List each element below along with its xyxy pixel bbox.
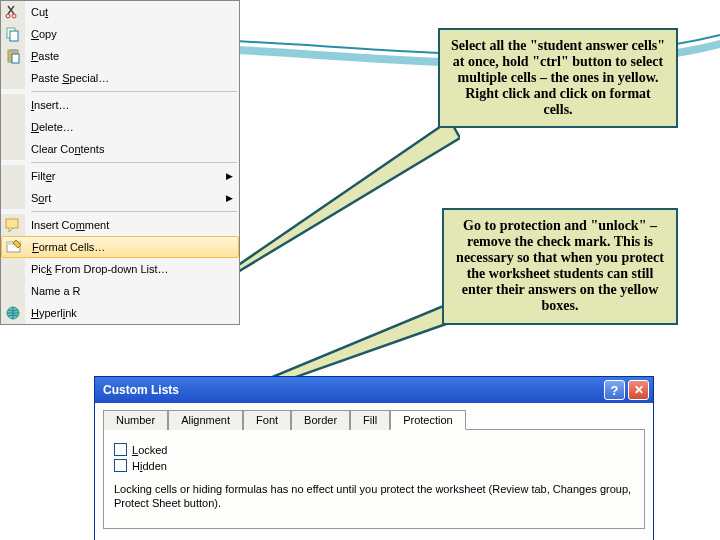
- tab-font[interactable]: Font: [243, 410, 291, 430]
- callout-protection: Go to protection and "unlock" – remove t…: [442, 208, 678, 325]
- menu-insert-label: Insert…: [31, 99, 233, 111]
- svg-rect-9: [6, 219, 18, 228]
- menu-filter-label: Filter: [31, 170, 226, 182]
- menu-cut[interactable]: Cut: [1, 1, 239, 23]
- format-cells-dialog: Custom Lists ? ✕ Number Alignment Font B…: [94, 376, 654, 540]
- cut-icon: [5, 4, 21, 20]
- tab-protection[interactable]: Protection: [390, 410, 466, 430]
- help-icon: ?: [611, 383, 619, 398]
- menu-insert[interactable]: Insert…: [1, 94, 239, 116]
- dialog-body: Number Alignment Font Border Fill Protec…: [95, 403, 653, 540]
- close-icon: ✕: [634, 383, 644, 397]
- svg-point-3: [12, 14, 16, 18]
- menu-delete[interactable]: Delete…: [1, 116, 239, 138]
- menu-name-range[interactable]: Name a R: [1, 280, 239, 302]
- context-menu: Cut Copy Paste Paste Special… Insert… De…: [0, 0, 240, 325]
- submenu-arrow-icon: ▶: [226, 193, 233, 203]
- menu-copy[interactable]: Copy: [1, 23, 239, 45]
- menu-cut-label: Cut: [31, 6, 233, 18]
- tab-fill[interactable]: Fill: [350, 410, 390, 430]
- svg-rect-7: [10, 49, 16, 52]
- hidden-checkbox[interactable]: [114, 459, 127, 472]
- separator: [31, 211, 237, 212]
- menu-paste-special[interactable]: Paste Special…: [1, 67, 239, 89]
- hidden-label: Hidden: [132, 460, 167, 472]
- menu-copy-label: Copy: [31, 28, 233, 40]
- menu-hyperlink-label: Hyperlink: [31, 307, 233, 319]
- dialog-tabs: Number Alignment Font Border Fill Protec…: [103, 409, 645, 429]
- paste-icon: [5, 48, 21, 64]
- menu-clear-label: Clear Contents: [31, 143, 233, 155]
- hyperlink-icon: [5, 305, 21, 321]
- menu-paste[interactable]: Paste: [1, 45, 239, 67]
- tab-number[interactable]: Number: [103, 410, 168, 430]
- separator: [31, 162, 237, 163]
- locked-checkbox[interactable]: [114, 443, 127, 456]
- tab-border[interactable]: Border: [291, 410, 350, 430]
- svg-rect-8: [12, 54, 19, 63]
- menu-sort[interactable]: Sort ▶: [1, 187, 239, 209]
- comment-icon: [5, 217, 21, 233]
- dialog-help-button[interactable]: ?: [604, 380, 625, 400]
- menu-sort-label: Sort: [31, 192, 226, 204]
- menu-clear-contents[interactable]: Clear Contents: [1, 138, 239, 160]
- dialog-title-text: Custom Lists: [103, 383, 601, 397]
- svg-point-2: [6, 14, 10, 18]
- menu-paste-special-label: Paste Special…: [31, 72, 233, 84]
- format-cells-icon: [6, 239, 22, 255]
- menu-hyperlink[interactable]: Hyperlink: [1, 302, 239, 324]
- locked-checkbox-row[interactable]: Locked: [114, 443, 634, 456]
- menu-delete-label: Delete…: [31, 121, 233, 133]
- menu-insert-comment[interactable]: Insert Comment: [1, 214, 239, 236]
- menu-filter[interactable]: Filter ▶: [1, 165, 239, 187]
- menu-pick-from-list[interactable]: Pick From Drop-down List…: [1, 258, 239, 280]
- tab-alignment[interactable]: Alignment: [168, 410, 243, 430]
- callout-select-cells: Select all the "student answer cells" at…: [438, 28, 678, 128]
- locked-label: Locked: [132, 444, 167, 456]
- menu-insert-comment-label: Insert Comment: [31, 219, 233, 231]
- dialog-titlebar[interactable]: Custom Lists ? ✕: [95, 377, 653, 403]
- separator: [31, 91, 237, 92]
- hidden-checkbox-row[interactable]: Hidden: [114, 459, 634, 472]
- menu-name-range-label: Name a R: [31, 285, 233, 297]
- menu-format-cells[interactable]: Format Cells…: [1, 236, 239, 258]
- svg-rect-5: [10, 31, 18, 41]
- protection-pane: Locked Hidden Locking cells or hiding fo…: [103, 429, 645, 529]
- menu-paste-label: Paste: [31, 50, 233, 62]
- dialog-close-button[interactable]: ✕: [628, 380, 649, 400]
- menu-format-cells-label: Format Cells…: [32, 241, 232, 253]
- copy-icon: [5, 26, 21, 42]
- protection-hint: Locking cells or hiding formulas has no …: [114, 482, 634, 511]
- submenu-arrow-icon: ▶: [226, 171, 233, 181]
- menu-pick-list-label: Pick From Drop-down List…: [31, 263, 233, 275]
